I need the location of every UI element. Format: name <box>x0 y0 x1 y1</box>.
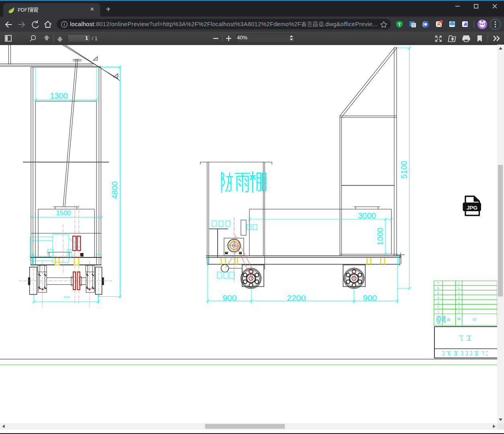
svg-text:/ 1: / 1 <box>92 35 97 41</box>
svg-text:T: T <box>398 23 401 27</box>
